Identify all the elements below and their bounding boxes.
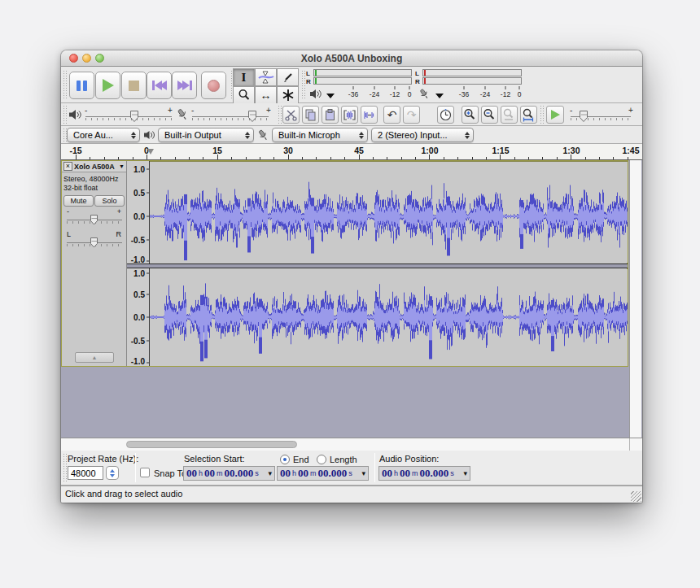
skip-to-start-button[interactable] bbox=[147, 72, 172, 99]
timeline-ruler[interactable]: -15 0 15 30 45 1:00 1:15 1:30 1:45 bbox=[61, 144, 642, 160]
project-rate-stepper[interactable] bbox=[106, 466, 119, 480]
fit-selection-button[interactable] bbox=[501, 106, 518, 124]
selection-start-field[interactable]: 00h 00m 00.000s ▾ bbox=[183, 466, 275, 481]
zoom-out-button[interactable] bbox=[481, 106, 498, 124]
snap-to-checkbox[interactable] bbox=[140, 468, 150, 477]
pause-icon bbox=[77, 81, 87, 91]
project-rate-input[interactable] bbox=[68, 466, 103, 480]
cut-button[interactable] bbox=[282, 106, 300, 124]
snap-to-label: Snap To bbox=[154, 468, 186, 478]
mute-button[interactable]: Mute bbox=[63, 195, 94, 207]
close-track-icon[interactable]: × bbox=[63, 162, 72, 171]
paste-button[interactable] bbox=[322, 106, 339, 124]
playback-meter[interactable]: L R -36 -24 -12 0 bbox=[306, 68, 413, 102]
meter-scale-label: -24 bbox=[480, 90, 490, 98]
dropdown-arrows-icon bbox=[129, 132, 139, 139]
trim-audio-button[interactable] bbox=[341, 106, 358, 124]
dropdown-arrow-icon[interactable]: ▾ bbox=[268, 469, 272, 477]
dropdown-arrow-icon[interactable]: ▾ bbox=[361, 469, 365, 477]
minus-label: - bbox=[570, 106, 572, 115]
track-name[interactable]: Xolo A500A bbox=[74, 163, 115, 171]
envelope-icon bbox=[257, 70, 275, 85]
recording-channels-value: 2 (Stereo) Input... bbox=[378, 130, 448, 140]
recording-meter[interactable]: L R -36 -24 -12 0 bbox=[415, 68, 523, 102]
horizontal-scrollbar[interactable] bbox=[61, 438, 642, 451]
playback-meter-dropdown[interactable] bbox=[326, 94, 335, 98]
redo-button[interactable]: ↷ bbox=[403, 106, 420, 124]
zoom-tool-button[interactable] bbox=[233, 86, 255, 104]
transcription-toolbar-grip[interactable] bbox=[540, 105, 545, 124]
play-button[interactable] bbox=[95, 72, 120, 99]
selection-start-label: Selection Start: bbox=[184, 454, 245, 464]
length-radio-label[interactable]: Length bbox=[330, 455, 357, 464]
silence-audio-button[interactable] bbox=[361, 106, 378, 124]
skip-to-end-button[interactable] bbox=[172, 72, 197, 99]
meter-scale-label: -12 bbox=[501, 90, 510, 98]
meter-scale-label: -12 bbox=[390, 90, 400, 98]
pan-slider-thumb[interactable] bbox=[90, 237, 98, 248]
solo-button[interactable]: Solo bbox=[94, 195, 125, 207]
output-volume-slider[interactable] bbox=[85, 116, 172, 117]
minus-label: - bbox=[85, 106, 87, 115]
title-bar[interactable]: Xolo A500A Unboxing bbox=[61, 50, 642, 67]
speaker-icon bbox=[309, 89, 322, 99]
collapse-icon: ▲ bbox=[92, 355, 98, 360]
sync-lock-button[interactable] bbox=[437, 106, 454, 124]
vertical-scrollbar[interactable] bbox=[629, 160, 641, 438]
audio-host-dropdown[interactable]: Core Au... bbox=[67, 128, 140, 142]
audio-position-field[interactable]: 00h 00m 00.000s ▾ bbox=[378, 466, 470, 481]
stop-button[interactable] bbox=[121, 72, 147, 99]
recording-channels-dropdown[interactable]: 2 (Stereo) Input... bbox=[371, 128, 474, 142]
plus-label: + bbox=[266, 106, 271, 115]
undo-button[interactable]: ↶ bbox=[383, 106, 400, 124]
end-radio[interactable] bbox=[280, 455, 290, 464]
mixer-toolbar-grip[interactable] bbox=[63, 105, 68, 124]
playhead-marker[interactable] bbox=[147, 149, 154, 155]
clock-icon bbox=[439, 108, 453, 122]
play-icon bbox=[103, 79, 114, 92]
draw-tool-button[interactable] bbox=[277, 68, 299, 86]
recording-meter-dropdown[interactable] bbox=[435, 94, 444, 98]
plus-label: + bbox=[628, 106, 633, 115]
waveform-channel-1[interactable] bbox=[150, 162, 628, 263]
envelope-tool-button[interactable] bbox=[255, 68, 277, 86]
fit-project-button[interactable] bbox=[520, 106, 537, 124]
meter-scale-label: -24 bbox=[370, 90, 379, 98]
pan-right-label: R bbox=[116, 230, 122, 238]
multi-tool-button[interactable] bbox=[277, 86, 299, 104]
zoom-selection-icon bbox=[502, 108, 516, 122]
gain-slider-thumb[interactable] bbox=[90, 214, 98, 225]
meter-scale-label: -36 bbox=[459, 90, 469, 98]
transport-toolbar-grip[interactable] bbox=[63, 70, 68, 100]
desktop: { "window": { "title": "Xolo A500A Unbox… bbox=[0, 0, 700, 588]
waveform-channel-2[interactable] bbox=[150, 269, 628, 366]
recording-device-dropdown[interactable]: Built-in Microph bbox=[272, 128, 368, 142]
horizontal-scrollbar-thumb[interactable] bbox=[126, 441, 297, 448]
plus-label: + bbox=[168, 106, 173, 115]
zoom-in-button[interactable] bbox=[462, 106, 479, 124]
input-volume-thumb[interactable] bbox=[247, 110, 257, 123]
playback-device-dropdown[interactable]: Built-in Output bbox=[158, 128, 254, 142]
status-message: Click and drag to select audio bbox=[65, 489, 182, 499]
output-volume-thumb[interactable] bbox=[129, 110, 139, 123]
length-radio[interactable] bbox=[317, 455, 326, 464]
track-menu-arrow-icon[interactable]: ▼ bbox=[119, 163, 125, 169]
selection-end-field[interactable]: 00h 00m 00.000s ▾ bbox=[277, 466, 369, 481]
copy-button[interactable] bbox=[302, 106, 319, 124]
timeshift-tool-button[interactable]: ↔ bbox=[255, 86, 277, 104]
paste-icon bbox=[323, 108, 337, 122]
play-at-speed-button[interactable] bbox=[546, 106, 564, 124]
microphone-icon bbox=[418, 88, 431, 101]
resize-grip[interactable] bbox=[631, 491, 641, 502]
playback-speed-thumb[interactable] bbox=[579, 110, 588, 123]
silence-icon bbox=[362, 108, 376, 122]
end-radio-label[interactable]: End bbox=[293, 455, 309, 464]
track-name-row[interactable]: × Xolo A500A ▼ bbox=[62, 161, 126, 172]
collapse-track-button[interactable]: ▲ bbox=[75, 352, 114, 363]
selection-tool-button[interactable]: I bbox=[233, 68, 255, 86]
gain-minus-label: - bbox=[67, 207, 69, 216]
record-button[interactable] bbox=[201, 72, 226, 99]
pause-button[interactable] bbox=[69, 72, 94, 99]
dropdown-arrow-icon[interactable]: ▾ bbox=[463, 469, 467, 477]
empty-track-space[interactable] bbox=[61, 368, 629, 438]
